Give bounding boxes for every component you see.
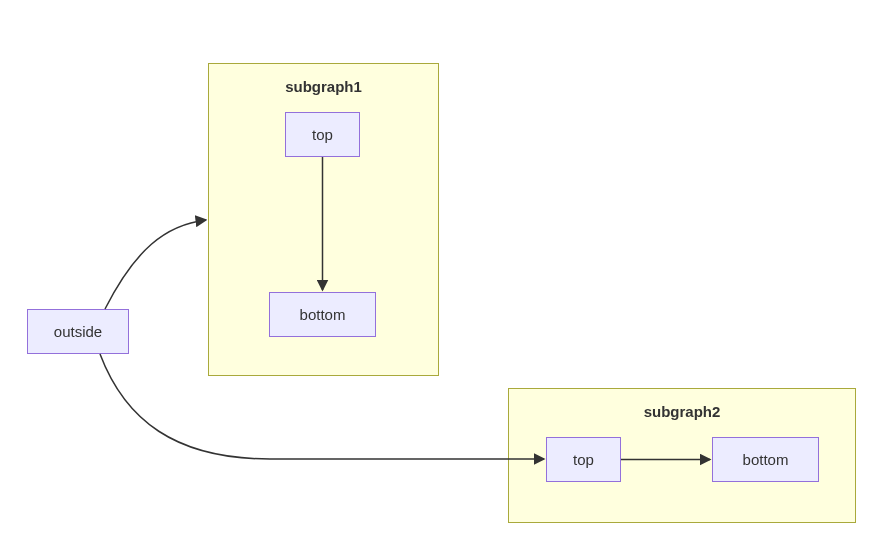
subgraph1-title: subgraph1 <box>209 78 438 95</box>
node-sg1-top: top <box>285 112 360 157</box>
node-sg1-bottom-label: bottom <box>300 306 346 323</box>
node-sg1-bottom: bottom <box>269 292 376 337</box>
subgraph2-title: subgraph2 <box>509 403 855 420</box>
node-sg2-top: top <box>546 437 621 482</box>
node-sg2-bottom-label: bottom <box>743 451 789 468</box>
diagram-canvas: subgraph1 subgraph2 outside top bottom t… <box>0 0 885 559</box>
node-outside: outside <box>27 309 129 354</box>
node-sg2-bottom: bottom <box>712 437 819 482</box>
node-sg1-top-label: top <box>312 126 333 143</box>
edge-outside-to-subgraph1 <box>105 220 206 309</box>
node-sg2-top-label: top <box>573 451 594 468</box>
node-outside-label: outside <box>54 323 102 340</box>
